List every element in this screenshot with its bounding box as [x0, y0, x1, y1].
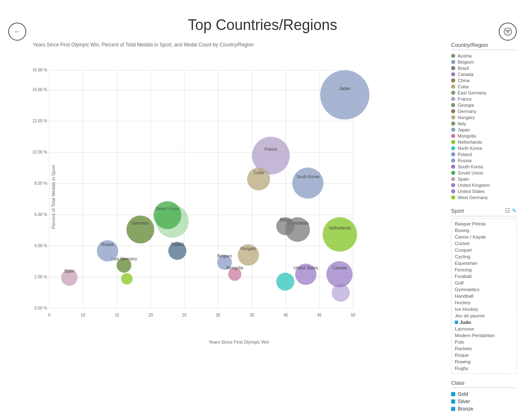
sport-item-canoe--kayak[interactable]: Canoe / Kayak: [453, 234, 515, 240]
sport-item-label: Canoe / Kayak: [455, 234, 486, 239]
sport-item-jeu-de-paume[interactable]: Jeu de paume: [453, 312, 515, 319]
legend-country-name: Germany: [458, 109, 476, 114]
chart-area: Years Since First Olympic Win, Percent o…: [8, 42, 517, 413]
right-panel: Country/Region AustriaBelgiumBrazilCanad…: [445, 42, 517, 413]
legend-country-name: Italy: [458, 121, 466, 126]
svg-text:Cuba: Cuba: [254, 170, 264, 175]
class-item-bronze[interactable]: Bronze: [451, 406, 517, 412]
sport-item-label: Boxing: [455, 228, 469, 233]
sport-item-cycling[interactable]: Cycling: [453, 253, 515, 260]
svg-text:Japan: Japan: [339, 86, 350, 91]
class-item-silver[interactable]: Silver: [451, 399, 517, 404]
class-item-label: Gold: [458, 391, 468, 397]
class-item-label: Bronze: [458, 406, 473, 412]
legend-country-east-germany: East Germany: [451, 90, 517, 95]
legend-dot: [451, 54, 455, 58]
legend-country-china: China: [451, 78, 517, 83]
sport-filter-icons: ☷ ✎: [505, 207, 517, 214]
svg-text:10: 10: [80, 313, 85, 317]
sport-item-label: Gymnastics: [455, 287, 479, 292]
back-button[interactable]: ←: [8, 23, 26, 41]
sport-item-label: Croquet: [455, 248, 472, 252]
class-dot: [451, 399, 455, 404]
legend-country-name: North Korea: [458, 146, 482, 151]
sport-item-polo[interactable]: Polo: [453, 339, 515, 345]
sport-item-roque[interactable]: Roque: [453, 352, 515, 358]
edit-icon[interactable]: ✎: [512, 207, 517, 214]
svg-text:Mongolia: Mongolia: [227, 266, 243, 270]
legend-country-italy: Italy: [451, 121, 517, 126]
sport-item-label: Handball: [455, 294, 473, 298]
legend-country-name: Spain: [458, 177, 469, 181]
sport-item-ice-hockey[interactable]: Ice Hockey: [453, 306, 515, 312]
sport-item-rackets[interactable]: Rackets: [453, 345, 515, 352]
sport-item-lacrosse[interactable]: Lacrosse: [453, 326, 515, 332]
legend-country-name: France: [458, 96, 472, 101]
sport-item-hockey[interactable]: Hockey: [453, 299, 515, 306]
sport-item-judo[interactable]: Judo: [453, 319, 515, 326]
class-item-gold[interactable]: Gold: [451, 391, 517, 397]
sport-item-boxing[interactable]: Boxing: [453, 227, 515, 234]
svg-text:Russia: Russia: [101, 242, 114, 247]
page-title: Top Countries/Regions: [8, 8, 517, 38]
list-icon[interactable]: ☷: [505, 207, 510, 214]
sport-item-gymnastics[interactable]: Gymnastics: [453, 286, 515, 293]
svg-text:16.00 %: 16.00 %: [33, 68, 47, 72]
legend-dot: [451, 158, 455, 163]
svg-text:Brazil: Brazil: [280, 218, 290, 222]
legend-country-name: United States: [458, 189, 485, 194]
legend-country-south-korea: South Korea: [451, 164, 517, 169]
legend-country-name: United Kingdom: [458, 183, 490, 188]
legend-dot: [451, 165, 455, 169]
sport-list[interactable]: Basque PelotaBoxingCanoe / KayakCricketC…: [451, 218, 517, 374]
legend-country-name: Japan: [458, 127, 470, 132]
svg-text:4.00 %: 4.00 %: [34, 243, 47, 248]
filter-icon: [504, 28, 512, 36]
sport-item-rugby[interactable]: Rugby: [453, 365, 515, 372]
sport-item-cricket[interactable]: Cricket: [453, 240, 515, 247]
sport-item-handball[interactable]: Handball: [453, 293, 515, 299]
bubble-west-germany: [121, 273, 133, 285]
legend-country-name: Georgia: [458, 103, 474, 108]
svg-text:14.00 %: 14.00 %: [33, 87, 47, 92]
svg-text:5: 5: [48, 313, 50, 317]
legend-country-brazil: Brazil: [451, 66, 517, 71]
sport-selected-indicator: [455, 321, 458, 324]
svg-text:Poland: Poland: [171, 242, 183, 247]
class-dot: [451, 407, 455, 411]
legend-country-russia: Russia: [451, 158, 517, 163]
legend-country-hungary: Hungary: [451, 115, 517, 120]
sport-item-fencing[interactable]: Fencing: [453, 266, 515, 273]
page-container: ← Top Countries/Regions Years Since Firs…: [0, 0, 525, 420]
sport-item-golf[interactable]: Golf: [453, 280, 515, 286]
legend-dot: [451, 66, 455, 70]
sport-item-label: Roque: [455, 353, 469, 358]
legend-dot: [451, 72, 455, 76]
legend-country-mongolia: Mongolia: [451, 133, 517, 138]
legend-dot: [451, 146, 455, 150]
svg-text:Belgium: Belgium: [217, 254, 232, 258]
legend-dot: [451, 85, 455, 89]
sport-filter-title: Sport: [451, 208, 464, 214]
sport-item-rowing[interactable]: Rowing: [453, 358, 515, 365]
sport-item-equestrian[interactable]: Equestrian: [453, 260, 515, 266]
bubble-north-korea: [276, 273, 294, 291]
sport-item-label: Cricket: [455, 241, 470, 246]
y-axis-label: Percent of Total Medals in Sport: [51, 156, 56, 238]
sport-item-football[interactable]: Football: [453, 273, 515, 280]
sport-item-basque-pelota[interactable]: Basque Pelota: [453, 220, 515, 227]
bubble-chart: 0.00 % 2.00 % 4.00 % 6.00 % 8.00 % 10.00…: [33, 50, 369, 337]
filter-button[interactable]: [499, 23, 517, 41]
bubble-canada: [326, 261, 353, 287]
sport-item-modern-pentathlon[interactable]: Modern Pentathlon: [453, 332, 515, 339]
legend-dot: [451, 183, 455, 187]
svg-text:Hungary: Hungary: [241, 246, 256, 251]
sport-section: Sport ☷ ✎ Basque PelotaBoxingCanoe / Kay…: [451, 207, 517, 374]
sport-item-croquet[interactable]: Croquet: [453, 247, 515, 253]
legend-country-name: Cuba: [458, 84, 468, 89]
sport-item-label: Football: [455, 274, 472, 279]
legend-country-name: Canada: [458, 72, 474, 77]
legend-country-name: Poland: [458, 152, 472, 157]
svg-text:South Korea: South Korea: [296, 174, 319, 179]
legend-dot: [451, 171, 455, 175]
